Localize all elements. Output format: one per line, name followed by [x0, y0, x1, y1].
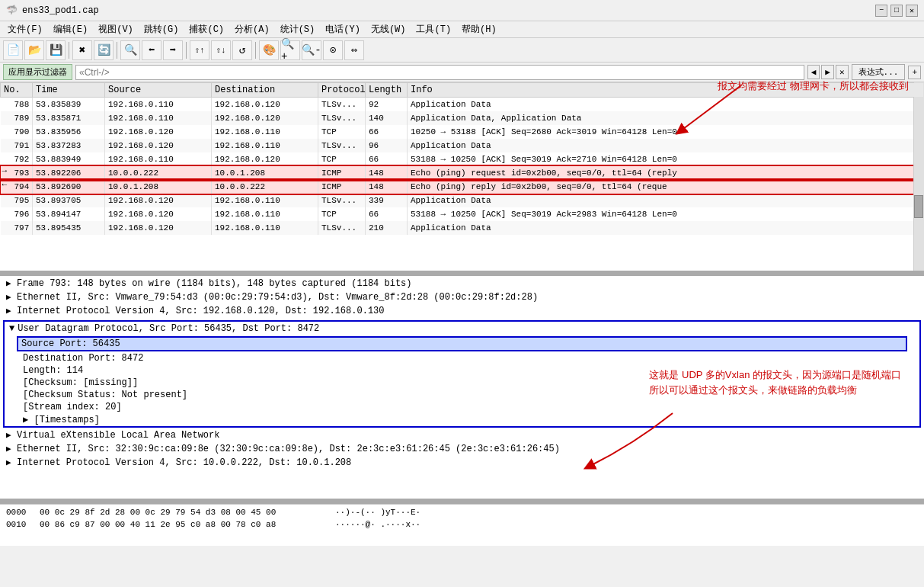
cell-proto: ICMP — [318, 180, 366, 194]
table-row[interactable]: 79253.883949192.168.0.110192.168.0.120TC… — [1, 152, 924, 166]
table-row[interactable]: 78853.835839192.168.0.110192.168.0.120TL… — [1, 98, 924, 111]
toolbar-new-btn[interactable]: 📄 — [3, 40, 23, 60]
toolbar-zoom-normal-btn[interactable]: ⊙ — [323, 40, 343, 60]
table-row[interactable]: →79353.89220610.0.0.22210.0.1.208ICMP148… — [1, 166, 924, 180]
toolbar-zoom-in-btn[interactable]: ⇧↑ — [190, 40, 209, 60]
menu-view[interactable]: 视图(V) — [94, 21, 138, 37]
detail-row-vxlan[interactable]: ▶ Virtual eXtensible Local Area Network — [0, 429, 924, 443]
detail-row-ip[interactable]: ▶ Internet Protocol Version 4, Src: 192.… — [0, 305, 924, 319]
filter-nav-btn[interactable]: ◀ — [807, 65, 820, 79]
filter-input[interactable] — [75, 65, 804, 80]
packet-list[interactable]: No. Time Source Destination Protocol Len… — [0, 82, 924, 273]
packet-list-scrollbar-thumb[interactable] — [914, 195, 923, 218]
detail-row-udp[interactable]: ▼ User Datagram Protocol, Src Port: 5643… — [5, 322, 919, 335]
detail-sections: ▶ Frame 793: 148 bytes on wire (1184 bit… — [0, 277, 924, 470]
menu-phone[interactable]: 电话(Y) — [321, 21, 365, 37]
cell-proto: TCP — [318, 207, 366, 221]
table-row[interactable]: 79653.894147192.168.0.120192.168.0.110TC… — [1, 207, 924, 221]
col-header-src[interactable]: Source — [105, 83, 212, 98]
filter-clear-btn[interactable]: ✕ — [836, 65, 849, 79]
table-row[interactable]: 79053.835956192.168.0.120192.168.0.110TC… — [1, 125, 924, 139]
cell-src: 192.168.0.120 — [105, 221, 212, 235]
filter-expr-btn[interactable]: 表达式... — [852, 64, 906, 80]
toolbar-open-btn[interactable]: 📂 — [24, 40, 44, 60]
detail-row-eth2[interactable]: ▶ Ethernet II, Src: 32:30:9c:ca:09:8e (3… — [0, 443, 924, 457]
menu-wireless[interactable]: 无线(W) — [366, 21, 411, 37]
cell-info: Application Data, Application Data — [408, 111, 924, 125]
cell-src: 10.0.0.222 — [105, 166, 212, 180]
table-row[interactable]: 79153.837283192.168.0.120192.168.0.110TL… — [1, 139, 924, 152]
cell-len: 96 — [366, 139, 408, 152]
detail-sub-src-port[interactable]: Source Port: 56435 — [17, 336, 907, 351]
menu-tools[interactable]: 工具(T) — [411, 21, 456, 37]
cell-no: 789 — [1, 111, 33, 125]
toolbar-zoom-plus-btn[interactable]: 🔍+ — [280, 40, 300, 60]
close-button[interactable]: ✕ — [906, 5, 918, 17]
cell-info: Echo (ping) reply id=0x2b00, seq=0/0, tt… — [408, 180, 924, 194]
menu-help[interactable]: 帮助(H) — [457, 21, 501, 37]
menu-analyze[interactable]: 分析(A) — [230, 21, 274, 37]
toolbar-zoom-out-btn[interactable]: ⇧↓ — [211, 40, 231, 60]
detail-sub-checksum[interactable]: [Checksum: [missing]] — [5, 377, 919, 389]
packet-detail[interactable]: ▶ Frame 793: 148 bytes on wire (1184 bit… — [0, 276, 924, 501]
menu-stats[interactable]: 统计(S) — [276, 21, 320, 37]
cell-proto: TLSv... — [318, 98, 366, 111]
cell-no: 791 — [1, 139, 33, 152]
packet-list-scrollbar[interactable] — [913, 82, 924, 271]
col-header-proto[interactable]: Protocol — [318, 83, 366, 98]
toolbar: 📄 📂 💾 ✖ 🔄 🔍 ⬅ ➡ ⇧↑ ⇧↓ ↺ 🎨 🔍+ 🔍- ⊙ ⇔ — [0, 38, 924, 63]
filter-bar: 应用显示过滤器 ◀ ▶ ✕ 表达式... + — [0, 63, 924, 82]
cell-dst: 192.168.0.120 — [212, 111, 318, 125]
col-header-info[interactable]: Info — [408, 83, 924, 98]
toolbar-back-btn[interactable]: ⬅ — [142, 40, 161, 60]
detail-sub-stream-index[interactable]: [Stream index: 20] — [5, 401, 919, 413]
table-row[interactable]: 79753.895435192.168.0.120192.168.0.110TL… — [1, 221, 924, 235]
table-row[interactable]: 79553.893705192.168.0.120192.168.0.110TL… — [1, 194, 924, 207]
menu-edit[interactable]: 编辑(E) — [49, 21, 93, 37]
table-row[interactable]: 78953.835871192.168.0.110192.168.0.120TL… — [1, 111, 924, 125]
col-header-len[interactable]: Length — [366, 83, 408, 98]
table-row[interactable]: ←79453.89269010.0.1.20810.0.0.222ICMP148… — [1, 180, 924, 194]
menu-file[interactable]: 文件(F) — [3, 21, 47, 37]
toolbar-reset-btn[interactable]: ↺ — [232, 40, 252, 60]
col-header-dst[interactable]: Destination — [212, 83, 318, 98]
cell-dst: 192.168.0.110 — [212, 125, 318, 139]
maximize-button[interactable]: □ — [890, 5, 903, 17]
cell-len: 140 — [366, 111, 408, 125]
detail-row-ip2[interactable]: ▶ Internet Protocol Version 4, Src: 10.0… — [0, 457, 924, 470]
cell-len: 66 — [366, 125, 408, 139]
cell-proto: TCP — [318, 125, 366, 139]
minimize-button[interactable]: − — [875, 5, 887, 17]
hex-ascii: ······@· .····x·· — [335, 518, 420, 531]
window-controls: − □ ✕ — [875, 5, 918, 17]
toolbar-save-btn[interactable]: 💾 — [46, 40, 66, 60]
toolbar-fwd-btn[interactable]: ➡ — [163, 40, 183, 60]
cell-dst: 192.168.0.120 — [212, 98, 318, 111]
packet-table-header: No. Time Source Destination Protocol Len… — [1, 83, 924, 98]
filter-label-btn[interactable]: 应用显示过滤器 — [3, 64, 72, 80]
toolbar-zoom-minus-btn[interactable]: 🔍- — [302, 40, 321, 60]
cell-no: 788 — [1, 98, 33, 111]
toolbar-resize-btn[interactable]: ⇔ — [344, 40, 364, 60]
detail-sub-length[interactable]: Length: 114 — [5, 364, 919, 377]
toolbar-find-btn[interactable]: 🔍 — [120, 40, 140, 60]
detail-row-frame[interactable]: ▶ Frame 793: 148 bytes on wire (1184 bit… — [0, 277, 924, 291]
cell-info: Application Data — [408, 221, 924, 235]
filter-add-btn[interactable]: + — [908, 66, 921, 79]
menu-jump[interactable]: 跳转(G) — [139, 21, 184, 37]
toolbar-colorize-btn[interactable]: 🎨 — [259, 40, 279, 60]
col-header-time[interactable]: Time — [33, 83, 105, 98]
filter-nav-btn2[interactable]: ▶ — [821, 65, 834, 79]
cell-dst: 10.0.1.208 — [212, 166, 318, 180]
col-header-no[interactable]: No. — [1, 83, 33, 98]
detail-sub-dst-port[interactable]: Destination Port: 8472 — [5, 352, 919, 364]
cell-no: →793 — [1, 166, 33, 180]
title-bar: 🦈 ens33_pod1.cap − □ ✕ — [0, 0, 924, 21]
toolbar-reload-btn[interactable]: 🔄 — [94, 40, 114, 60]
detail-row-eth[interactable]: ▶ Ethernet II, Src: Vmware_79:54:d3 (00:… — [0, 291, 924, 305]
menu-capture[interactable]: 捕获(C) — [184, 21, 229, 37]
detail-sub-checksum-status[interactable]: [Checksum Status: Not present] — [5, 389, 919, 401]
toolbar-close-btn[interactable]: ✖ — [72, 40, 92, 60]
cell-dst: 192.168.0.110 — [212, 207, 318, 221]
detail-sub-timestamps[interactable]: ▶ [Timestamps] — [5, 413, 919, 426]
